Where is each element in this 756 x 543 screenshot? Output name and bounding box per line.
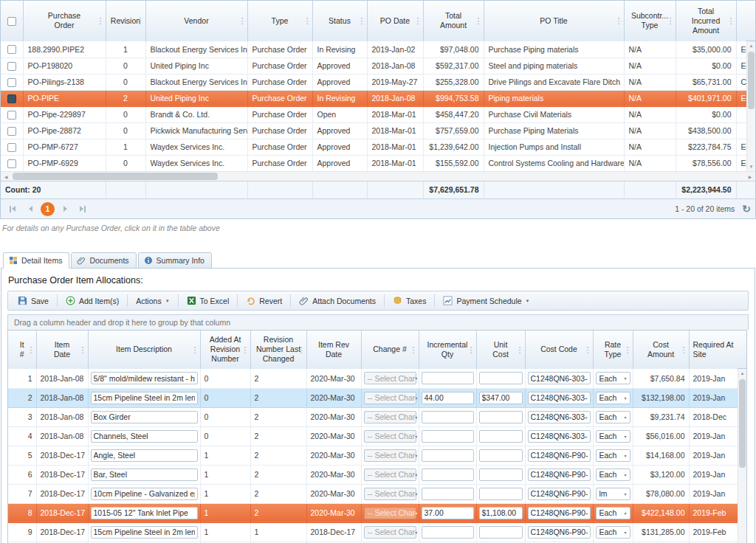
row-checkbox[interactable] xyxy=(7,159,16,168)
column-menu-icon[interactable]: ⋮ xyxy=(358,17,366,24)
unit-cost-input[interactable] xyxy=(479,430,523,443)
incremental-qty-input[interactable] xyxy=(422,411,474,423)
add-items-button[interactable]: Add Item(s) xyxy=(61,294,124,308)
cost-code-input[interactable] xyxy=(528,430,591,443)
row-checkbox[interactable] xyxy=(7,78,16,87)
rate-type-select[interactable]: Each ▾ xyxy=(596,392,630,404)
column-menu-icon[interactable]: ⋮ xyxy=(615,17,623,24)
column-header-revision-last-changed[interactable]: Revision Number Last Changed⋮ xyxy=(250,331,306,369)
table-row[interactable]: PO-PMP-6929 0 Waydex Services Inc. Purch… xyxy=(1,155,746,171)
column-menu-icon[interactable]: ⋮ xyxy=(680,346,688,353)
unit-cost-input[interactable] xyxy=(479,526,523,539)
select-all-checkbox[interactable] xyxy=(7,17,16,26)
change-number-select[interactable]: -- Select Char ▾ xyxy=(364,449,416,462)
scrollbar-track[interactable] xyxy=(11,172,745,181)
cost-code-input[interactable] xyxy=(528,488,591,500)
previous-page-button[interactable] xyxy=(23,201,38,216)
column-header-required-at-site[interactable]: Required At Site xyxy=(689,331,738,369)
column-menu-icon[interactable]: ⋮ xyxy=(27,346,35,353)
column-header-vendor[interactable]: Vendor⋮ xyxy=(145,1,247,41)
rate-type-select[interactable]: Each ▾ xyxy=(596,526,630,539)
incremental-qty-input[interactable] xyxy=(422,526,474,539)
column-menu-icon[interactable]: ⋮ xyxy=(79,346,87,353)
scroll-right-icon[interactable]: ▶ xyxy=(745,172,755,181)
tab-detail-items[interactable]: Detail Items xyxy=(3,252,69,269)
incremental-qty-input[interactable] xyxy=(422,468,474,481)
item-description-input[interactable] xyxy=(91,430,198,443)
cost-code-input[interactable] xyxy=(528,372,591,384)
row-checkbox[interactable] xyxy=(7,45,16,54)
column-header-po-date[interactable]: PO Date⋮ xyxy=(367,1,423,41)
current-page-button[interactable]: 1 xyxy=(41,202,55,216)
item-description-input[interactable] xyxy=(91,507,198,519)
incremental-qty-input[interactable] xyxy=(422,507,474,519)
column-menu-icon[interactable]: ⋮ xyxy=(624,346,632,353)
item-row[interactable]: 1 2018-Jan-08 0 2 2020-Mar-30 -- Select … xyxy=(8,369,738,388)
incremental-qty-input[interactable] xyxy=(422,392,474,404)
item-row[interactable]: 8 2018-Dec-17 1 2 2020-Mar-30 -- Select … xyxy=(8,503,738,522)
column-menu-icon[interactable]: ⋮ xyxy=(475,17,483,24)
cost-code-input[interactable] xyxy=(528,392,591,404)
item-description-input[interactable] xyxy=(91,468,198,481)
column-menu-icon[interactable]: ⋮ xyxy=(191,346,199,353)
column-menu-icon[interactable]: ⋮ xyxy=(241,346,250,353)
table-row[interactable]: PO-Pipe-229897 0 Brandt & Co. Ltd. Purch… xyxy=(1,106,746,122)
rate-type-select[interactable]: Each ▾ xyxy=(596,430,630,443)
scroll-left-icon[interactable]: ◀ xyxy=(1,172,11,181)
payment-schedule-dropdown-button[interactable]: Payment Schedule ▼ xyxy=(438,294,535,308)
column-header-item-rev-date[interactable]: Item Rev Date xyxy=(306,331,361,369)
unit-cost-input[interactable] xyxy=(479,488,523,500)
row-checkbox[interactable] xyxy=(7,127,16,136)
table-row[interactable]: PO-Pipe-28872 0 Pickwick Manufacturing S… xyxy=(1,122,746,139)
refresh-icon[interactable]: ↻ xyxy=(742,203,751,215)
item-description-input[interactable] xyxy=(91,526,198,539)
table-row[interactable]: PO-P198020 0 United Piping Inc Purchase … xyxy=(1,58,746,74)
attach-documents-button[interactable]: Attach Documents xyxy=(294,294,381,308)
item-row[interactable]: 6 2018-Dec-17 1 2 2020-Mar-30 -- Select … xyxy=(8,465,738,484)
table-row[interactable]: PO-Pilings-2138 0 Blackout Energy Servic… xyxy=(1,74,746,90)
incremental-qty-input[interactable] xyxy=(422,449,474,462)
item-description-input[interactable] xyxy=(91,488,198,500)
vertical-scrollbar[interactable]: ▲ ▼ xyxy=(746,41,755,171)
column-menu-icon[interactable]: ⋮ xyxy=(303,17,312,24)
rate-type-select[interactable]: lm ▾ xyxy=(596,488,630,500)
row-checkbox[interactable] xyxy=(7,143,16,152)
column-header-subcontract-type[interactable]: Subcontr... Type⋮ xyxy=(624,1,676,41)
item-row[interactable]: 3 2018-Jan-08 0 2 2020-Mar-30 -- Select … xyxy=(8,407,738,426)
item-description-input[interactable] xyxy=(91,372,198,384)
tab-summary-info[interactable]: Summary Info xyxy=(138,252,212,269)
change-number-select[interactable]: -- Select Char ▾ xyxy=(364,507,416,519)
column-menu-icon[interactable]: ⋮ xyxy=(584,346,592,353)
item-description-input[interactable] xyxy=(91,392,198,404)
change-number-select[interactable]: -- Select Char ▾ xyxy=(364,488,416,500)
column-menu-icon[interactable]: ⋮ xyxy=(298,346,306,353)
tab-documents[interactable]: Documents xyxy=(71,252,136,269)
change-number-select[interactable]: -- Select Char ▾ xyxy=(364,526,416,539)
to-excel-button[interactable]: To Excel xyxy=(182,294,235,308)
rate-type-select[interactable]: Each ▾ xyxy=(596,372,630,384)
rate-type-select[interactable]: Each ▾ xyxy=(596,468,630,481)
unit-cost-input[interactable] xyxy=(479,507,523,519)
change-number-select[interactable]: -- Select Char ▾ xyxy=(364,372,416,384)
column-header-total-incurred[interactable]: Total Incurred Amount⋮ xyxy=(676,1,736,41)
unit-cost-input[interactable] xyxy=(479,468,523,481)
table-row[interactable]: 188.2990.PIPE2 1 Blackout Energy Service… xyxy=(1,41,746,58)
unit-cost-input[interactable] xyxy=(479,411,523,423)
item-row[interactable]: 5 2018-Dec-17 1 2 2020-Mar-30 -- Select … xyxy=(8,446,738,465)
column-header-change-number[interactable]: Change #⋮ xyxy=(361,331,419,369)
column-header-type[interactable]: Type⋮ xyxy=(247,1,312,41)
column-header-unit-cost[interactable]: Unit Cost⋮ xyxy=(476,331,525,369)
vertical-scrollbar[interactable]: ▲ xyxy=(738,369,746,543)
column-header-added-at-revision[interactable]: Added At Revision Number⋮ xyxy=(200,331,250,369)
cost-code-input[interactable] xyxy=(528,507,591,519)
item-row[interactable]: 9 2018-Dec-17 1 1 2018-Dec-17 -- Select … xyxy=(8,522,738,542)
scroll-down-icon[interactable]: ▼ xyxy=(747,162,755,171)
column-header-revision[interactable]: Revision⋮ xyxy=(106,1,145,41)
change-number-select[interactable]: -- Select Char ▾ xyxy=(364,411,416,423)
scrollbar-track[interactable] xyxy=(747,50,755,162)
column-header-status[interactable]: Status⋮ xyxy=(312,1,367,41)
item-row[interactable]: 7 2018-Dec-17 1 2 2020-Mar-30 -- Select … xyxy=(8,484,738,503)
change-number-select[interactable]: -- Select Char ▾ xyxy=(364,430,416,443)
column-header-item-number[interactable]: It #⋮ xyxy=(8,331,36,369)
unit-cost-input[interactable] xyxy=(479,372,523,384)
